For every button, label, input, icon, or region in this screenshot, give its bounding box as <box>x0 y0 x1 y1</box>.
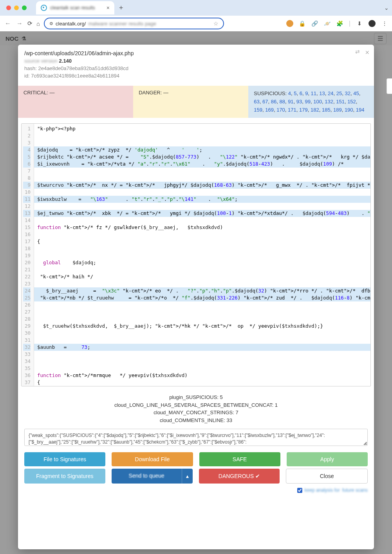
susp-line-link[interactable]: 151 <box>336 99 345 105</box>
tab-favicon-icon <box>41 5 47 11</box>
susp-line-link[interactable]: 152 <box>347 99 356 105</box>
browser-menu-icon[interactable]: ⋮ <box>381 20 388 27</box>
download-icon[interactable]: ⬇ <box>356 20 363 27</box>
susp-line-link[interactable]: 86 <box>271 99 276 105</box>
susp-line-link[interactable]: 88 <box>279 99 285 105</box>
split-button[interactable]: Send to queue ▴ <box>112 469 193 484</box>
button-row-1: File to Signatures Download File SAFE Ap… <box>18 448 374 469</box>
susp-line-link[interactable]: 4 <box>288 90 291 96</box>
file-hash: hash: 2e4ae8de0a78eba932ba51dd63d938cd <box>24 65 368 71</box>
summary-line: cloud_COMMENTS_INLINE: 33 <box>18 417 374 424</box>
file-id: id: 7c693cae3241f898c1eee8a24b611894 <box>24 73 368 79</box>
susp-line-link[interactable]: 91 <box>288 99 293 105</box>
susp-line-link[interactable]: 169 <box>265 107 274 113</box>
susp-line-link[interactable]: 45 <box>353 90 359 96</box>
file-version: source version 2.140 <box>24 58 368 64</box>
url-bar[interactable]: ⚙ cleantalk.org/ malware scanner results… <box>44 18 224 29</box>
susp-line-link[interactable]: 13 <box>319 90 325 96</box>
susp-line-link[interactable]: 67 <box>262 99 268 105</box>
summary-line: cloud_LONG_LINE_HAS_SEVERAL_SPACES_BETWE… <box>18 401 374 409</box>
susp-line-link[interactable]: 63 <box>254 99 259 105</box>
susp-line-link[interactable]: 9 <box>305 90 308 96</box>
nav-back-icon[interactable]: ← <box>4 20 12 27</box>
json-textarea[interactable]: {"weak_spots":{"SUSPICIOUS":{"4":["$dajo… <box>24 429 368 446</box>
window-maximize-icon[interactable] <box>22 5 27 10</box>
window-close-icon[interactable] <box>6 5 11 10</box>
susp-line-link[interactable]: 171 <box>288 107 296 113</box>
tab-close-icon[interactable]: × <box>107 5 110 11</box>
bookmark-icon[interactable]: ☆ <box>213 20 219 27</box>
tab-bar: cleantalk scan results × + ⌄ <box>0 0 392 16</box>
extensions-icon[interactable]: 🧩 <box>336 20 343 27</box>
window-minimize-icon[interactable] <box>14 5 19 10</box>
summary-line: plugin_SUSPICIOUS: 5 <box>18 393 374 401</box>
status-suspicious: SUSPICIOUS: 4, 5, 6, 9, 11, 13, 24, 25, … <box>248 86 374 118</box>
susp-line-link[interactable]: 5 <box>294 90 296 96</box>
dangerous-button[interactable]: DANGEROUS ✔ <box>199 469 280 484</box>
summary: plugin_SUSPICIOUS: 5cloud_LONG_LINE_HAS_… <box>18 390 374 426</box>
reload-icon[interactable]: ⟳ <box>27 20 33 27</box>
traffic-lights <box>3 5 30 10</box>
susp-line-link[interactable]: 182 <box>311 107 319 113</box>
swap-icon[interactable]: ⇄ <box>355 49 360 55</box>
modal-close-icon[interactable]: × <box>365 49 369 57</box>
close-button[interactable]: Close <box>286 469 368 484</box>
new-tab-icon[interactable]: + <box>119 4 123 12</box>
status-bar: CRITICAL: — DANGER: — SUSPICIOUS: 4, 5, … <box>18 86 374 118</box>
ext-planet-icon[interactable]: 🪐 <box>324 20 331 27</box>
susp-line-link[interactable]: 132 <box>325 99 333 105</box>
tab-title: cleantalk scan results <box>50 5 103 11</box>
split-caret-icon[interactable]: ▴ <box>182 469 193 484</box>
toolbar-icons: 🔒 🔗 🪐 🧩 | ⬇ ⋮ <box>286 20 388 27</box>
status-critical: CRITICAL: — <box>18 86 133 118</box>
susp-line-link[interactable]: 25 <box>336 90 342 96</box>
button-row-2: Fragment to Signatures Send to queue ▴ D… <box>18 469 374 486</box>
susp-line-link[interactable]: 179 <box>299 107 308 113</box>
nav-forward-icon[interactable]: → <box>16 20 23 27</box>
susp-line-link[interactable]: 190 <box>345 107 353 113</box>
ext-lock-icon[interactable]: 🔒 <box>299 20 306 27</box>
status-danger: DANGER: — <box>133 86 248 118</box>
susp-line-link[interactable]: 170 <box>276 107 285 113</box>
toolbar: ← → ⟳ ⌂ ⚙ cleantalk.org/ malware scanner… <box>0 16 392 31</box>
download-file-button[interactable]: Download File <box>112 452 193 466</box>
ext-cookie-icon[interactable] <box>286 20 293 27</box>
susp-line-link[interactable]: 159 <box>254 107 262 113</box>
susp-line-link[interactable]: 24 <box>328 90 333 96</box>
split-main-label: Send to queue <box>112 469 182 484</box>
site-settings-icon[interactable]: ⚙ <box>49 21 53 26</box>
apply-button[interactable]: Apply <box>287 452 368 466</box>
code-viewer: 1234567891011121314151617181920212223242… <box>21 123 371 386</box>
susp-line-link[interactable]: 100 <box>313 99 322 105</box>
susp-line-link[interactable]: 99 <box>305 99 311 105</box>
ext-link-icon[interactable]: 🔗 <box>311 20 318 27</box>
code-lines[interactable]: "k-php"><?php$dajodq = "k-cmt">/* zypz *… <box>34 124 370 386</box>
susp-line-link[interactable]: 32 <box>345 90 350 96</box>
susp-line-link[interactable]: 194 <box>356 107 365 113</box>
tabs-chevron-icon[interactable]: ⌄ <box>384 5 389 11</box>
checkbox-label-2: future scans <box>342 487 368 493</box>
susp-line-link[interactable]: 6 <box>300 90 302 96</box>
file-path: /wp-content/uploads/2021/06/admin-ajax.p… <box>24 50 368 56</box>
susp-line-link[interactable]: 11 <box>311 90 316 96</box>
fragment-to-signatures-button[interactable]: Fragment to Signatures <box>24 469 105 484</box>
browser-chrome: cleantalk scan results × + ⌄ ← → ⟳ ⌂ ⚙ c… <box>0 0 392 31</box>
url-rest: malware scanner results page <box>88 21 211 27</box>
profile-avatar-icon[interactable] <box>369 20 376 27</box>
susp-line-link[interactable]: 185 <box>322 107 331 113</box>
susp-line-link[interactable]: 189 <box>333 107 342 113</box>
checkbox-label-1: keep analysis for <box>305 487 340 493</box>
keep-analysis-checkbox[interactable] <box>297 488 302 493</box>
summary-line: cloud_MANY_CONCAT_STRINGS: 7 <box>18 409 374 417</box>
url-host: cleantalk.org/ <box>56 21 86 27</box>
side-tab[interactable] <box>387 78 392 94</box>
safe-button[interactable]: SAFE <box>199 452 280 466</box>
modal-header: /wp-content/uploads/2021/06/admin-ajax.p… <box>18 45 374 83</box>
line-gutter: 1234567891011121314151617181920212223242… <box>22 124 34 386</box>
browser-tab[interactable]: cleantalk scan results × <box>36 1 114 14</box>
home-icon[interactable]: ⌂ <box>36 20 40 27</box>
susp-line-link[interactable]: 93 <box>296 99 302 105</box>
checkbox-row: keep analysis for future scans <box>18 486 374 497</box>
modal: ⇄ × /wp-content/uploads/2021/06/admin-aj… <box>18 45 374 549</box>
file-to-signatures-button[interactable]: File to Signatures <box>24 452 105 466</box>
